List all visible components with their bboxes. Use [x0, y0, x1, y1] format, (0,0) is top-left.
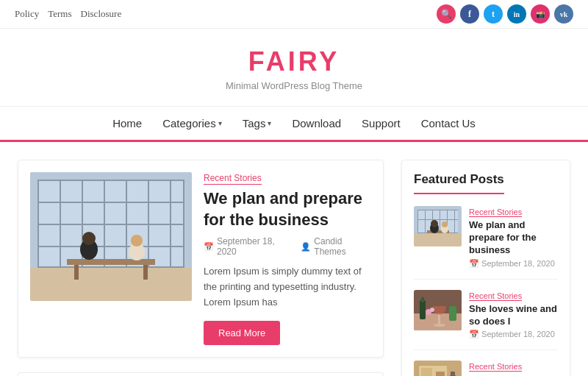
featured-info-1: Recent Stories We plan and prepare for t… [469, 206, 558, 269]
read-more-button[interactable]: Read More [204, 321, 280, 345]
svg-rect-67 [417, 364, 419, 376]
nav-tags[interactable]: Tags ▾ [243, 117, 272, 130]
nav-support[interactable]: Support [362, 117, 401, 130]
site-header: FAIRY Minimal WordPress Blog Theme [0, 29, 588, 99]
tags-dropdown-arrow: ▾ [268, 119, 271, 127]
article-title: We plan and prepare for the business [204, 188, 371, 230]
featured-item-2: Recent Stories She loves wine and so doe… [414, 290, 558, 351]
nav-download[interactable]: Download [292, 117, 341, 130]
main-content: Recent Stories We plan and prepare for t… [18, 160, 384, 376]
svg-rect-62 [449, 306, 456, 321]
svg-point-51 [431, 220, 438, 227]
main-nav: Home Categories ▾ Tags ▾ Download Suppor… [0, 106, 588, 142]
svg-rect-59 [438, 313, 440, 325]
svg-rect-10 [37, 180, 184, 181]
article-category[interactable]: Recent Stories [204, 173, 262, 185]
author-icon [301, 242, 311, 252]
disclosure-link[interactable]: Disclosure [81, 8, 122, 20]
article-body: Recent Stories We plan and prepare for t… [204, 172, 371, 345]
article-meta: September 18, 2020 Candid Themes [204, 236, 371, 257]
featured-date-2: 📅 September 18, 2020 [469, 330, 558, 339]
article-card-2: Recent Stories She loves wine and so doe… [18, 372, 384, 376]
svg-rect-16 [67, 259, 155, 265]
svg-rect-18 [143, 265, 148, 280]
svg-rect-42 [440, 210, 440, 233]
svg-rect-15 [30, 268, 192, 301]
social-icons: 🔍 f t in 📸 vk [437, 4, 573, 24]
svg-point-53 [442, 221, 448, 227]
article-card: Recent Stories We plan and prepare for t… [18, 160, 384, 358]
featured-posts-widget: Featured Posts [401, 160, 570, 376]
vk-icon[interactable]: vk [554, 4, 573, 24]
featured-info-2: Recent Stories She loves wine and so doe… [469, 290, 558, 340]
featured-thumb-3 [414, 361, 462, 376]
svg-rect-40 [425, 210, 426, 233]
featured-item: Recent Stories We plan and prepare for t… [414, 206, 558, 280]
article-excerpt: Lorem Ipsum is simply dummy text of the … [204, 264, 371, 310]
svg-rect-66 [417, 364, 447, 366]
content-wrapper: Recent Stories We plan and prepare for t… [0, 142, 588, 376]
top-bar: Policy Terms Disclosure 🔍 f t in 📸 vk [0, 0, 588, 29]
featured-thumb-1 [414, 206, 462, 246]
svg-point-61 [430, 308, 434, 312]
nav-categories[interactable]: Categories ▾ [162, 117, 222, 130]
featured-item-3: Recent Stories My room is really clean n… [414, 361, 558, 376]
instagram-icon[interactable]: 📸 [531, 4, 550, 24]
svg-rect-12 [37, 224, 184, 225]
widget-title: Featured Posts [414, 172, 504, 194]
svg-rect-69 [436, 372, 445, 376]
svg-rect-39 [417, 210, 418, 233]
svg-rect-14 [37, 266, 184, 268]
svg-rect-48 [414, 233, 462, 246]
svg-point-22 [131, 235, 143, 246]
site-tagline: Minimal WordPress Blog Theme [15, 80, 573, 91]
svg-rect-68 [421, 368, 432, 376]
svg-rect-45 [417, 210, 458, 210]
featured-thumb-2 [414, 290, 462, 330]
facebook-icon[interactable]: f [460, 4, 479, 24]
nav-home[interactable]: Home [112, 117, 142, 130]
featured-title-1: We plan and prepare for the business [469, 219, 558, 257]
article-image-office [30, 172, 192, 301]
featured-cat-2[interactable]: Recent Stories [469, 291, 522, 301]
svg-rect-46 [417, 219, 458, 220]
featured-info-3: Recent Stories My room is really clean n… [469, 361, 558, 376]
categories-dropdown-arrow: ▾ [218, 119, 222, 127]
featured-date-1: 📅 September 18, 2020 [469, 259, 558, 269]
terms-link[interactable]: Terms [48, 8, 71, 20]
svg-rect-56 [420, 300, 426, 319]
svg-point-20 [82, 232, 96, 245]
policy-link[interactable]: Policy [15, 8, 39, 20]
featured-title-2: She loves wine and so does I [469, 303, 558, 328]
linkedin-icon[interactable]: in [507, 4, 526, 24]
featured-cat-3[interactable]: Recent Stories [469, 362, 522, 372]
article-date: September 18, 2020 [204, 236, 290, 257]
svg-rect-11 [37, 202, 184, 203]
top-bar-links: Policy Terms Disclosure [15, 8, 121, 20]
svg-rect-44 [454, 210, 455, 233]
svg-rect-71 [451, 372, 455, 376]
svg-rect-57 [421, 297, 424, 302]
sidebar: Featured Posts [401, 160, 570, 376]
svg-rect-13 [37, 246, 184, 247]
search-icon[interactable]: 🔍 [437, 4, 456, 24]
nav-contact[interactable]: Contact Us [421, 117, 476, 130]
calendar-icon [204, 242, 214, 252]
featured-list: Recent Stories We plan and prepare for t… [414, 206, 558, 376]
site-title: FAIRY [15, 46, 573, 77]
svg-rect-17 [74, 265, 79, 280]
twitter-icon[interactable]: t [484, 4, 503, 24]
article-author: Candid Themes [301, 236, 371, 257]
featured-cat-1[interactable]: Recent Stories [469, 207, 522, 217]
